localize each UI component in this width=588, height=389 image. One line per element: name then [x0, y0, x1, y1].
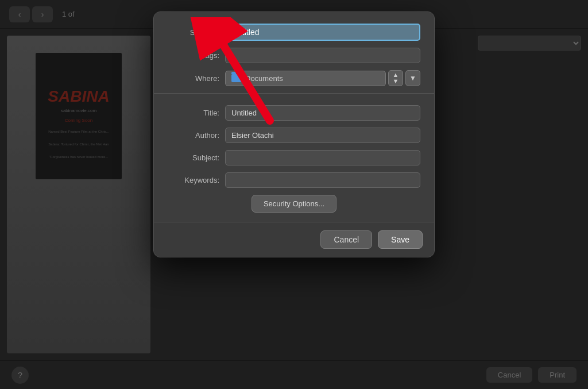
author-input[interactable]	[225, 128, 420, 143]
dialog-actions: Cancel Save	[154, 222, 434, 257]
keywords-input[interactable]	[225, 172, 420, 188]
dialog-overlay: Save As: Tags: Where: Documents ▲	[0, 0, 588, 389]
save-as-input[interactable]	[225, 24, 420, 41]
tags-input[interactable]	[225, 48, 420, 63]
where-label: Where:	[168, 74, 219, 83]
title-row: Title:	[168, 105, 420, 121]
dialog-cancel-button[interactable]: Cancel	[320, 230, 372, 249]
title-input[interactable]	[225, 105, 420, 121]
keywords-row: Keywords:	[168, 172, 420, 188]
save-dialog-metadata: Title: Author: Subject: Keywords: Securi…	[154, 98, 434, 213]
subject-row: Subject:	[168, 150, 420, 165]
security-options-button[interactable]: Security Options...	[252, 195, 336, 213]
where-select-button[interactable]: Documents	[225, 71, 386, 86]
save-as-row: Save As:	[168, 24, 420, 41]
folder-icon	[231, 74, 242, 82]
save-as-label: Save As:	[168, 28, 219, 37]
where-value: Documents	[245, 74, 283, 83]
save-dialog-top: Save As: Tags: Where: Documents ▲	[154, 12, 434, 86]
save-divider	[154, 93, 434, 94]
where-row: Where: Documents ▲ ▼ ▼	[168, 70, 420, 86]
expand-button[interactable]: ▼	[405, 70, 420, 86]
dialog-save-button[interactable]: Save	[378, 230, 423, 249]
where-arrows-button[interactable]: ▲ ▼	[388, 70, 403, 86]
subject-input[interactable]	[225, 150, 420, 165]
tags-row: Tags:	[168, 48, 420, 63]
save-dialog: Save As: Tags: Where: Documents ▲	[153, 11, 435, 257]
title-label: Title:	[168, 109, 219, 117]
down-arrow-icon: ▼	[393, 78, 399, 84]
author-label: Author:	[168, 131, 219, 140]
tags-label: Tags:	[168, 51, 219, 60]
author-row: Author:	[168, 128, 420, 143]
keywords-label: Keywords:	[168, 176, 219, 184]
where-container: Documents ▲ ▼ ▼	[225, 70, 420, 86]
subject-label: Subject:	[168, 153, 219, 162]
